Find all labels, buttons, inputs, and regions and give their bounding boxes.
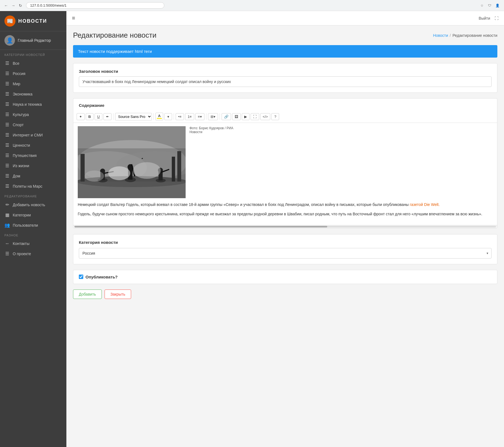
toolbar-table-btn[interactable]: ⊞▾ — [208, 113, 218, 120]
sidebar-label-add: Добавить новость — [13, 203, 45, 207]
fullscreen-button[interactable]: ⛶ — [495, 16, 498, 20]
sidebar-item-internet[interactable]: ☰ Интернет и СМИ — [0, 130, 66, 140]
toolbar-code-btn[interactable]: </> — [260, 113, 271, 120]
user-name: Главный Редактор — [18, 38, 51, 43]
extensions-icon[interactable]: 🛡 — [486, 2, 493, 9]
editor-scrollbar[interactable] — [73, 225, 497, 228]
contacts-icon: ↔ — [4, 241, 10, 246]
svg-rect-24 — [177, 151, 181, 182]
breadcrumb: Новости / Редактирование новости — [433, 33, 497, 38]
nav-forward[interactable]: → — [11, 3, 16, 8]
category-label: Категория новости — [79, 240, 492, 245]
sidebar-item-life[interactable]: ☰ Из жизни — [0, 161, 66, 171]
toolbar-help-btn[interactable]: ? — [271, 113, 279, 120]
sidebar-item-russia[interactable]: ☰ Россия — [0, 68, 66, 79]
toolbar-color-arrow[interactable]: ▾ — [164, 113, 172, 120]
about-icon: ☰ — [4, 251, 10, 256]
sidebar-item-travel[interactable]: ☰ Путешествия — [0, 150, 66, 161]
profile-icon[interactable]: 👤 — [494, 2, 501, 9]
sidebar-item-culture[interactable]: ☰ Культура — [0, 109, 66, 120]
page-title: Редактирование новости — [73, 31, 157, 40]
svg-point-22 — [85, 170, 104, 182]
sidebar-item-economy[interactable]: ☰ Экономика — [0, 89, 66, 99]
sidebar-label-home: Дом — [13, 174, 20, 178]
browser-nav: ← → ↻ — [3, 3, 23, 8]
news-icon-9: ☰ — [4, 143, 10, 148]
headline-label: Заголовок новости — [79, 69, 492, 74]
toolbar-image-btn[interactable]: 🖼 — [232, 113, 241, 120]
headline-input[interactable] — [79, 76, 492, 87]
news-icon-10: ☰ — [4, 153, 10, 158]
publish-checkbox[interactable] — [79, 275, 83, 279]
nav-reload[interactable]: ↻ — [18, 3, 23, 8]
sidebar-item-world[interactable]: ☰ Мир — [0, 79, 66, 89]
breadcrumb-separator: / — [450, 33, 451, 38]
sidebar-item-about[interactable]: ☰ О проекте — [0, 249, 66, 259]
editor-image — [78, 126, 186, 198]
topbar-right: Выйти ⛶ — [479, 16, 498, 20]
toolbar-video-btn[interactable]: ▶ — [242, 113, 250, 120]
toolbar-ul-btn[interactable]: •≡ — [176, 113, 184, 120]
categories-icon: ▦ — [4, 212, 10, 218]
editor-inner: Фото: Борис Кудояров / РИА Новости Немец… — [73, 123, 497, 225]
svg-rect-23 — [80, 154, 85, 182]
sidebar-label-contacts: Контакты — [13, 241, 29, 246]
toolbar-color-btn[interactable]: A — [155, 113, 163, 120]
publish-label: Опубликовать? — [85, 275, 118, 279]
news-icon-6: ☰ — [4, 112, 10, 117]
news-icon-12: ☰ — [4, 173, 10, 179]
sidebar-user[interactable]: 👤 Главный Редактор — [0, 31, 66, 50]
toolbar-magic-btn[interactable]: ✦ — [77, 113, 85, 120]
breadcrumb-home[interactable]: Новости — [433, 33, 448, 38]
headline-section: Заголовок новости — [73, 63, 497, 93]
nav-back[interactable]: ← — [3, 3, 9, 8]
category-select[interactable]: Россия Мир Экономика Наука и техника Кул… — [79, 248, 492, 259]
news-icon-7: ☰ — [4, 122, 10, 127]
sidebar-item-home[interactable]: ☰ Дом — [0, 171, 66, 181]
toolbar-ol-btn[interactable]: 1≡ — [185, 113, 194, 120]
editor-image-caption: Фото: Борис Кудояров / РИА Новости — [189, 126, 245, 198]
sidebar-item-all[interactable]: ☰ Все — [0, 58, 66, 68]
editor-text-body: Немецкий солдат Вальтер Годель, который … — [78, 201, 493, 217]
toolbar-font-select[interactable]: Source Sans Pro — [115, 113, 152, 120]
sidebar-item-sport[interactable]: ☰ Спорт — [0, 120, 66, 130]
toolbar-underline-btn[interactable]: U — [95, 113, 102, 120]
sidebar-item-contacts[interactable]: ↔ Контакты — [0, 239, 66, 249]
address-bar[interactable]: 127.0.0.1:5000/news/1 — [26, 2, 164, 9]
sidebar-item-categories[interactable]: ▦ Категории — [0, 210, 66, 220]
sidebar-label-all: Все — [13, 61, 19, 66]
toolbar-bold-btn[interactable]: B — [86, 113, 93, 120]
toolbar-divider-2 — [154, 113, 154, 120]
sidebar-item-mars[interactable]: ☰ Полеты на Марс — [0, 181, 66, 191]
category-section: Категория новости Россия Мир Экономика Н… — [73, 234, 497, 264]
svg-rect-25 — [172, 157, 175, 182]
content-section: Содержание ✦ B U ✒ Source Sans Pro A — [73, 98, 497, 229]
sidebar-item-science[interactable]: ☰ Наука и техника — [0, 99, 66, 109]
misc-title: РАЗНОЕ — [0, 230, 66, 239]
hamburger-button[interactable]: ≡ — [72, 15, 75, 21]
sidebar-label-culture: Культура — [13, 112, 29, 117]
checkbox-row: Опубликовать? — [79, 275, 492, 279]
editor-toolbar: ✦ B U ✒ Source Sans Pro A ▾ •≡ — [73, 110, 497, 123]
breadcrumb-current: Редактирование новости — [453, 33, 497, 38]
toolbar-ink-btn[interactable]: ✒ — [103, 113, 111, 120]
editor-area[interactable]: Фото: Борис Кудояров / РИА Новости Немец… — [73, 123, 497, 228]
toolbar-link-btn[interactable]: 🔗 — [222, 113, 231, 120]
close-button[interactable]: Закрыть — [105, 290, 131, 299]
scroll-thumb — [74, 226, 327, 228]
star-icon[interactable]: ☆ — [479, 2, 485, 9]
page-area: Редактирование новости Новости / Редакти… — [66, 25, 504, 447]
toolbar-divider-1 — [113, 113, 113, 120]
editor-link[interactable]: газетой Die Welt. — [410, 202, 440, 207]
toolbar-align-btn[interactable]: ≡▾ — [195, 113, 204, 120]
main-content: ≡ Выйти ⛶ Редактирование новости Новости… — [66, 11, 504, 447]
logout-button[interactable]: Выйти — [479, 16, 490, 20]
sidebar-item-users[interactable]: 👥 Пользователи — [0, 220, 66, 230]
news-icon-3: ☰ — [4, 81, 10, 86]
sidebar-item-add-news[interactable]: ✏ Добавить новость — [0, 200, 66, 210]
add-button[interactable]: Добавить — [73, 290, 102, 299]
toolbar-fullscreen-btn[interactable]: ⛶ — [251, 113, 259, 120]
sidebar-label-about: О проекте — [13, 252, 31, 256]
sidebar-item-values[interactable]: ☰ Ценности — [0, 140, 66, 150]
logo-icon: 📰 — [4, 15, 15, 27]
